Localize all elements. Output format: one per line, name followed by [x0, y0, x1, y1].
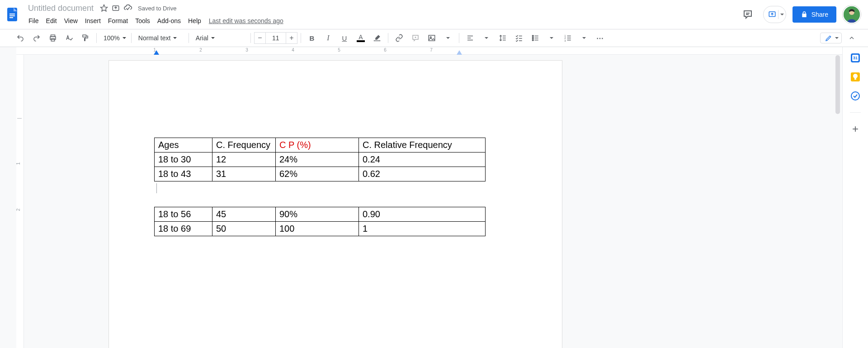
zoom-value: 100%	[104, 34, 120, 42]
table-cell[interactable]: 12	[212, 153, 276, 167]
table-cell[interactable]: 24%	[276, 153, 359, 167]
table-header-cell[interactable]: C. Frequency	[212, 138, 276, 153]
cloud-saved-icon[interactable]	[123, 4, 132, 13]
vertical-ruler[interactable]: — 1 2	[16, 54, 24, 348]
left-indent-marker[interactable]	[154, 50, 159, 55]
menu-format[interactable]: Format	[105, 15, 131, 26]
table-row[interactable]: 18 to 30 12 24% 0.24	[155, 153, 486, 167]
align-button[interactable]	[462, 32, 478, 44]
paragraph-style-value: Normal text	[138, 34, 171, 42]
account-avatar[interactable]	[843, 5, 861, 24]
table-cell[interactable]: 31	[212, 167, 276, 181]
table-cell[interactable]: 45	[212, 207, 276, 222]
numbered-list-dropdown[interactable]	[576, 32, 592, 44]
doc-title[interactable]: Untitled document	[25, 3, 96, 14]
tasks-addon-icon[interactable]	[851, 91, 860, 100]
spellcheck-button[interactable]	[61, 32, 77, 44]
menu-addons[interactable]: Add-ons	[154, 15, 184, 26]
table-cell[interactable]: 18 to 56	[155, 207, 212, 222]
paint-format-button[interactable]	[78, 32, 93, 44]
table-cell[interactable]: 18 to 30	[155, 153, 212, 167]
star-icon[interactable]	[100, 4, 108, 12]
share-button[interactable]: Share	[793, 6, 836, 23]
insert-link-button[interactable]	[392, 32, 407, 44]
insert-image-button[interactable]	[424, 32, 439, 44]
data-table-lower[interactable]: 18 to 56 45 90% 0.90 18 to 69 50 100 1	[154, 207, 486, 236]
font-size-input[interactable]	[265, 32, 286, 44]
docs-logo[interactable]	[4, 5, 22, 24]
font-size-decrease[interactable]: −	[254, 32, 265, 44]
menu-help[interactable]: Help	[185, 15, 204, 26]
svg-point-49	[851, 92, 859, 100]
bulleted-list-dropdown[interactable]	[544, 32, 559, 44]
menu-view[interactable]: View	[61, 15, 81, 26]
print-button[interactable]	[45, 32, 61, 44]
table-cell[interactable]: 0.24	[359, 153, 486, 167]
horizontal-ruler[interactable]: 1 2 3 4 5 6 7	[16, 47, 842, 55]
share-button-label: Share	[811, 11, 828, 18]
table-cell[interactable]: 0.62	[359, 167, 486, 181]
menu-tools[interactable]: Tools	[132, 15, 153, 26]
font-size-stepper[interactable]: − +	[254, 32, 297, 44]
titlebar: Untitled document Saved to Drive File Ed…	[0, 0, 868, 29]
checklist-button[interactable]	[511, 32, 527, 44]
table-cell[interactable]: 90%	[276, 207, 359, 222]
bold-button[interactable]: B	[304, 32, 320, 44]
table-cell[interactable]: 1	[359, 222, 486, 236]
table-row[interactable]: 18 to 43 31 62% 0.62	[155, 167, 486, 181]
insert-comment-button[interactable]	[408, 32, 423, 44]
keep-addon-icon[interactable]	[851, 72, 860, 81]
text-color-button[interactable]: A	[353, 32, 368, 44]
table-header-cell-highlight[interactable]: C P (%)	[276, 138, 359, 153]
menu-file[interactable]: File	[25, 15, 42, 26]
highlight-color-button[interactable]	[369, 32, 385, 44]
insert-image-dropdown[interactable]	[440, 32, 456, 44]
italic-button[interactable]: I	[321, 32, 336, 44]
right-indent-marker[interactable]	[457, 50, 462, 55]
redo-button[interactable]	[29, 32, 44, 44]
menu-edit[interactable]: Edit	[43, 15, 60, 26]
line-spacing-button[interactable]	[495, 32, 510, 44]
align-dropdown[interactable]	[479, 32, 494, 44]
table-row[interactable]: 18 to 56 45 90% 0.90	[155, 207, 486, 222]
table-row[interactable]: Ages C. Frequency C P (%) C. Relative Fr…	[155, 138, 486, 153]
numbered-list-button[interactable]: 123	[560, 32, 576, 44]
last-edit-link[interactable]: Last edit was seconds ago	[205, 17, 283, 24]
get-addons-button[interactable]: +	[852, 123, 859, 135]
more-button[interactable]: ⋯	[593, 32, 608, 44]
table-cell[interactable]: 50	[212, 222, 276, 236]
scrollbar-thumb[interactable]	[835, 55, 840, 114]
document-canvas[interactable]: — 1 2 1 2 3 4 5 6 7	[16, 47, 842, 348]
calendar-addon-icon[interactable]: 31	[851, 53, 860, 62]
table-cell[interactable]: 18 to 43	[155, 167, 212, 181]
table-cell[interactable]: 62%	[276, 167, 359, 181]
document-page[interactable]: Ages C. Frequency C P (%) C. Relative Fr…	[108, 60, 562, 348]
font-size-increase[interactable]: +	[286, 32, 297, 44]
menu-insert[interactable]: Insert	[82, 15, 104, 26]
data-table-upper[interactable]: Ages C. Frequency C P (%) C. Relative Fr…	[154, 138, 486, 181]
move-icon[interactable]	[112, 4, 120, 12]
font-family-select[interactable]: Arial	[192, 32, 247, 44]
table-cell[interactable]: 18 to 69	[155, 222, 212, 236]
editing-mode-button[interactable]	[820, 33, 842, 43]
hruler-num: 2	[199, 48, 202, 52]
svg-rect-15	[374, 40, 380, 41]
open-comments-button[interactable]	[739, 5, 757, 24]
bulleted-list-button[interactable]	[528, 32, 543, 44]
zoom-select[interactable]: 100%	[100, 32, 128, 44]
present-button[interactable]	[763, 6, 786, 23]
hruler-num: 6	[384, 48, 387, 52]
present-dropdown-icon[interactable]	[780, 14, 784, 15]
table-cell[interactable]: 0.90	[359, 207, 486, 222]
table-header-cell[interactable]: Ages	[155, 138, 212, 153]
paragraph-gap[interactable]	[154, 181, 517, 207]
table-row[interactable]: 18 to 69 50 100 1	[155, 222, 486, 236]
table-header-cell[interactable]: C. Relative Frequency	[359, 138, 486, 153]
table-cell[interactable]: 100	[276, 222, 359, 236]
toolbar: 100% Normal text Arial − + B I U A 123 ⋯	[0, 29, 868, 47]
underline-button[interactable]: U	[337, 32, 352, 44]
undo-button[interactable]	[13, 32, 28, 44]
hide-menus-button[interactable]	[845, 32, 858, 44]
paragraph-style-select[interactable]: Normal text	[135, 32, 185, 44]
svg-marker-46	[457, 50, 462, 55]
